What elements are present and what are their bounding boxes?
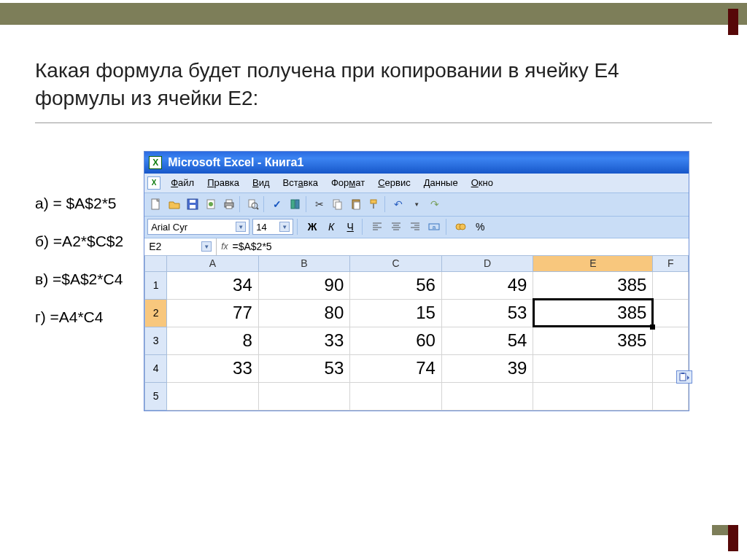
row-header-3[interactable]: 3: [145, 327, 167, 354]
merge-center-icon[interactable]: a: [426, 219, 442, 235]
cell[interactable]: 39: [441, 354, 533, 382]
cell-selected[interactable]: 385: [533, 299, 653, 327]
copy-icon[interactable]: [329, 195, 347, 213]
window-title: Microsoft Excel - Книга1: [168, 156, 303, 169]
cell[interactable]: [533, 354, 653, 382]
cell[interactable]: 33: [167, 354, 259, 382]
cell[interactable]: 90: [258, 271, 350, 299]
open-icon[interactable]: [166, 195, 183, 213]
menu-window[interactable]: Окно: [465, 176, 499, 190]
chevron-down-icon[interactable]: ▼: [236, 222, 246, 232]
save-icon[interactable]: [184, 195, 201, 213]
cell[interactable]: [441, 382, 533, 410]
excel-window: X Microsoft Excel - Книга1 X Файл Правка…: [144, 151, 689, 411]
standard-toolbar: ✓ ✂ ↶ ▼ ↷: [144, 192, 689, 216]
fill-handle[interactable]: [650, 324, 655, 330]
menu-format[interactable]: Формат: [325, 176, 371, 190]
option-b: б) =A2*$C$2: [35, 233, 123, 250]
cell[interactable]: 385: [533, 327, 653, 354]
workbook-icon[interactable]: X: [147, 176, 160, 190]
permission-icon[interactable]: [202, 195, 220, 213]
answer-options: а) = $A$2*5 б) =A2*$C$2 в) =$A$2*C4 г) =…: [35, 151, 123, 326]
option-v: в) =$A$2*C4: [35, 271, 123, 288]
titlebar: X Microsoft Excel - Книга1: [144, 152, 689, 174]
cell[interactable]: 15: [350, 299, 442, 327]
svg-rect-2: [190, 205, 196, 209]
print-preview-icon[interactable]: [244, 195, 262, 213]
undo-icon[interactable]: ↶: [390, 195, 407, 213]
cell[interactable]: [350, 382, 442, 410]
spelling-icon[interactable]: ✓: [268, 195, 286, 213]
new-icon[interactable]: [147, 195, 165, 213]
cell[interactable]: 54: [441, 327, 533, 354]
formatting-toolbar: Arial Cyr ▼ 14 ▼ Ж К Ч a: [144, 216, 689, 238]
name-box[interactable]: E2 ▼: [144, 238, 216, 255]
spreadsheet-grid[interactable]: A B C D E F 1 34 90 56 49 385: [144, 255, 689, 411]
svg-rect-7: [226, 200, 232, 203]
cell[interactable]: 60: [350, 327, 442, 354]
cell[interactable]: [653, 382, 689, 410]
cell[interactable]: 53: [258, 354, 350, 382]
bold-button[interactable]: Ж: [304, 219, 320, 235]
cell[interactable]: 77: [167, 299, 259, 327]
slide-top-bar: [0, 0, 747, 28]
paste-icon[interactable]: [347, 195, 365, 213]
align-right-icon[interactable]: [407, 219, 423, 235]
col-header-C[interactable]: C: [350, 255, 442, 271]
print-icon[interactable]: [220, 195, 238, 213]
cell[interactable]: [533, 382, 653, 410]
cell[interactable]: 33: [258, 327, 350, 354]
cell[interactable]: 74: [350, 354, 442, 382]
row-header-1[interactable]: 1: [145, 271, 167, 299]
undo-dropdown-icon[interactable]: ▼: [408, 195, 425, 213]
col-header-B[interactable]: B: [258, 255, 350, 271]
cell[interactable]: 8: [167, 327, 259, 354]
currency-icon[interactable]: [453, 219, 469, 235]
col-header-E[interactable]: E: [533, 255, 653, 271]
cell[interactable]: 49: [441, 271, 533, 299]
cell[interactable]: 385: [533, 271, 653, 299]
cell[interactable]: [653, 271, 689, 299]
row-header-4[interactable]: 4: [145, 354, 167, 382]
cell[interactable]: 56: [350, 271, 442, 299]
italic-button[interactable]: К: [323, 219, 339, 235]
cell[interactable]: [258, 382, 350, 410]
option-a: а) = $A$2*5: [35, 195, 123, 212]
cell[interactable]: [653, 299, 689, 327]
row-header-5[interactable]: 5: [145, 382, 167, 410]
cell[interactable]: [167, 382, 259, 410]
fx-icon[interactable]: fx: [221, 241, 228, 252]
research-icon[interactable]: [287, 195, 304, 213]
menu-insert[interactable]: Вставка: [277, 176, 324, 190]
menu-view[interactable]: Вид: [247, 176, 276, 190]
menu-data[interactable]: Данные: [418, 176, 464, 190]
font-size-combo[interactable]: 14 ▼: [252, 219, 293, 235]
col-header-F[interactable]: F: [653, 255, 689, 271]
chevron-down-icon[interactable]: ▼: [201, 241, 212, 252]
font-name-combo[interactable]: Arial Cyr ▼: [147, 219, 249, 235]
col-header-D[interactable]: D: [441, 255, 533, 271]
cell[interactable]: 34: [167, 271, 259, 299]
formula-value[interactable]: =$A$2*5: [233, 241, 272, 252]
cell[interactable]: [653, 327, 689, 354]
row-header-2[interactable]: 2: [145, 299, 167, 327]
menu-file[interactable]: Файл: [165, 176, 200, 190]
menu-tools[interactable]: Сервис: [372, 176, 417, 190]
redo-icon[interactable]: ↷: [426, 195, 444, 213]
cell[interactable]: [653, 354, 689, 382]
col-header-A[interactable]: A: [167, 255, 259, 271]
underline-button[interactable]: Ч: [342, 219, 358, 235]
menu-edit[interactable]: Правка: [201, 176, 245, 190]
align-left-icon[interactable]: [369, 219, 385, 235]
percent-button[interactable]: %: [472, 219, 488, 235]
cell[interactable]: 80: [258, 299, 350, 327]
cut-icon[interactable]: ✂: [311, 195, 328, 213]
align-center-icon[interactable]: [388, 219, 404, 235]
paste-options-icon[interactable]: [676, 370, 692, 384]
format-painter-icon[interactable]: [365, 195, 383, 213]
select-all-corner[interactable]: [145, 255, 167, 271]
font-name-value: Arial Cyr: [151, 222, 187, 233]
cell[interactable]: 53: [441, 299, 533, 327]
svg-rect-12: [291, 200, 295, 209]
chevron-down-icon[interactable]: ▼: [279, 222, 290, 232]
